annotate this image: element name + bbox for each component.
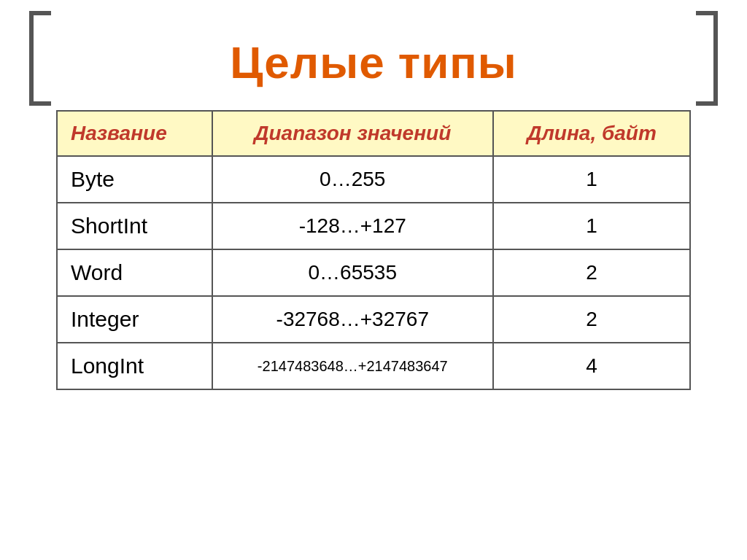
cell-range-byte: 0…255 [212, 156, 494, 203]
cell-name-byte: Byte [57, 156, 212, 203]
integer-types-table: Название Диапазон значений Длина, байт B… [56, 110, 691, 390]
table-row: LongInt -2147483648…+2147483647 4 [57, 343, 690, 389]
cell-size-word: 2 [493, 249, 690, 296]
cell-range-longint: -2147483648…+2147483647 [212, 343, 494, 389]
page-title: Целые типы [230, 36, 516, 88]
cell-size-integer: 2 [493, 296, 690, 343]
cell-range-integer: -32768…+32767 [212, 296, 494, 343]
cell-size-longint: 4 [493, 343, 690, 389]
table-header-row: Название Диапазон значений Длина, байт [57, 111, 690, 156]
cell-name-shortint: ShortInt [57, 203, 212, 249]
table-row: Word 0…65535 2 [57, 249, 690, 296]
page-container: Целые типы Название Диапазон значений Дл… [0, 0, 747, 560]
cell-size-byte: 1 [493, 156, 690, 203]
table-row: ShortInt -128…+127 1 [57, 203, 690, 249]
col-header-size: Длина, байт [493, 111, 690, 156]
cell-size-shortint: 1 [493, 203, 690, 249]
bracket-right-decoration [696, 11, 718, 106]
cell-range-shortint: -128…+127 [212, 203, 494, 249]
cell-name-word: Word [57, 249, 212, 296]
table-row: Byte 0…255 1 [57, 156, 690, 203]
col-header-name: Название [57, 111, 212, 156]
cell-name-integer: Integer [57, 296, 212, 343]
table-row: Integer -32768…+32767 2 [57, 296, 690, 343]
cell-name-longint: LongInt [57, 343, 212, 389]
cell-range-word: 0…65535 [212, 249, 494, 296]
col-header-range: Диапазон значений [212, 111, 494, 156]
bracket-left-decoration [29, 11, 51, 106]
